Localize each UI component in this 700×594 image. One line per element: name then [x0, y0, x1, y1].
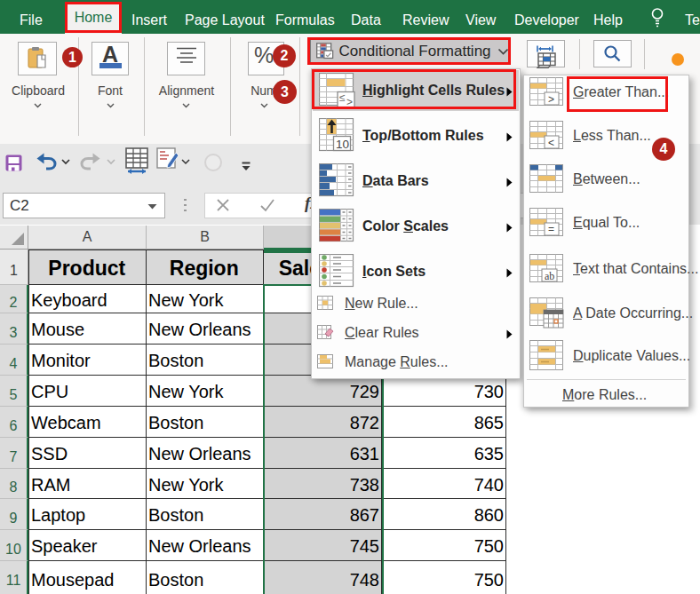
svg-text:ab: ab	[545, 270, 554, 282]
svg-text:10: 10	[336, 138, 349, 151]
svg-text:=: =	[548, 223, 554, 235]
svg-text:>: >	[548, 93, 554, 106]
svg-text:<: <	[548, 137, 554, 149]
